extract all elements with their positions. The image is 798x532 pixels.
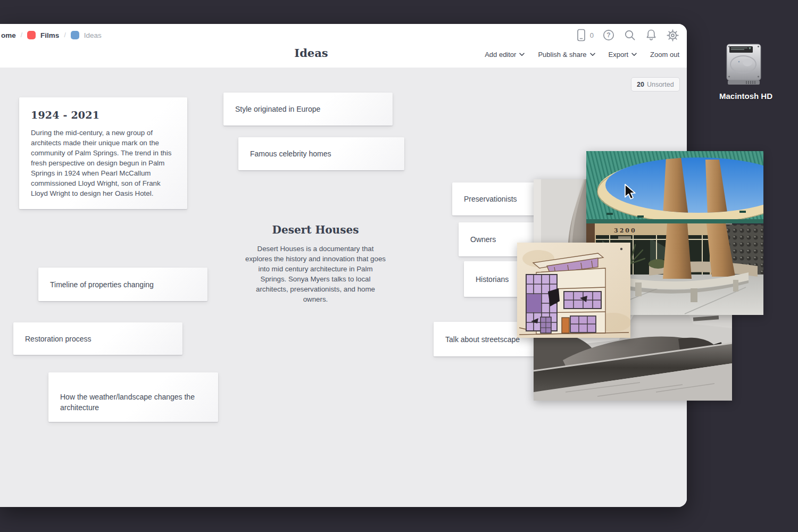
add-editor-label: Add editor xyxy=(485,51,516,59)
macintosh-hd-desktop-icon[interactable]: Macintosh HD xyxy=(719,43,768,101)
card-text: Restoration process xyxy=(25,335,92,343)
card-timeline-properties[interactable]: Timeline of properties changing xyxy=(38,268,207,301)
breadcrumb-ideas[interactable]: Ideas xyxy=(84,31,102,39)
publish-share-label: Publish & share xyxy=(538,51,586,59)
export-button[interactable]: Export xyxy=(609,51,637,59)
note-title: 1924 - 2021 xyxy=(31,109,176,121)
chevron-down-icon xyxy=(519,53,525,56)
desert-houses-block[interactable]: Desert Houses Desert Houses is a documen… xyxy=(245,223,386,304)
card-text: Famous celebrity homes xyxy=(250,149,331,158)
export-label: Export xyxy=(609,51,629,59)
chevron-down-icon xyxy=(590,53,595,56)
settings-gear-icon[interactable] xyxy=(666,29,679,42)
card-weather-landscape[interactable]: How the weather/landscape changes the ar… xyxy=(48,372,218,422)
desert-houses-title: Desert Houses xyxy=(245,223,386,236)
card-text: Timeline of properties changing xyxy=(50,280,154,289)
add-editor-button[interactable]: Add editor xyxy=(485,51,525,59)
card-text: How the weather/landscape changes the ar… xyxy=(60,392,203,413)
macintosh-hd-label: Macintosh HD xyxy=(719,92,768,101)
zoom-out-label: Zoom out xyxy=(650,51,679,59)
device-count: 0 xyxy=(590,31,594,39)
svg-text:?: ? xyxy=(606,31,610,39)
breadcrumb-films[interactable]: Films xyxy=(40,31,59,39)
zoom-out-button[interactable]: Zoom out xyxy=(650,51,679,59)
mouse-cursor xyxy=(624,184,638,203)
films-board-icon xyxy=(27,31,36,39)
note-body: During the mid-century, a new group of a… xyxy=(31,128,176,198)
building-number-sign: 3200 xyxy=(614,227,637,234)
card-text: Preservationists xyxy=(464,195,517,203)
header-icon-row: 0 ? xyxy=(576,28,679,42)
card-style-originated[interactable]: Style originated in Europe xyxy=(223,93,393,126)
card-text: Style originated in Europe xyxy=(235,105,320,113)
note-card-1924[interactable]: 1924 - 2021 During the mid-century, a ne… xyxy=(19,97,187,209)
unsorted-label: Unsorted xyxy=(647,81,674,88)
architecture-sketch-image[interactable] xyxy=(517,243,630,338)
ideas-board-icon xyxy=(71,31,79,39)
card-text: Owners xyxy=(470,235,496,244)
unsorted-count: 20 xyxy=(637,81,644,88)
publish-share-button[interactable]: Publish & share xyxy=(538,51,595,59)
breadcrumb: ome / Films / Ideas xyxy=(1,29,102,41)
unsorted-badge[interactable]: 20 Unsorted xyxy=(631,77,680,92)
notifications-bell-icon[interactable] xyxy=(645,28,658,42)
page-title[interactable]: Ideas xyxy=(294,46,328,60)
card-text: Talk about streetscape xyxy=(445,335,520,344)
card-restoration-process[interactable]: Restoration process xyxy=(13,322,182,355)
chevron-down-icon xyxy=(631,53,637,56)
desert-houses-body: Desert Houses is a documentary that expl… xyxy=(245,244,386,304)
hard-drive-icon xyxy=(723,43,764,86)
toolbar: Add editor Publish & share Export Zoom o… xyxy=(485,51,679,59)
window-header: ome / Films / Ideas 0 ? xyxy=(0,24,687,68)
device-preview-icon[interactable]: 0 xyxy=(576,28,594,42)
breadcrumb-separator: / xyxy=(64,31,65,39)
search-icon[interactable] xyxy=(624,29,636,41)
card-famous-celebrity-homes[interactable]: Famous celebrity homes xyxy=(238,137,404,170)
breadcrumb-home[interactable]: ome xyxy=(1,31,16,39)
breadcrumb-separator: / xyxy=(21,31,22,39)
help-icon[interactable]: ? xyxy=(602,29,615,41)
card-text: Historians xyxy=(476,275,509,284)
